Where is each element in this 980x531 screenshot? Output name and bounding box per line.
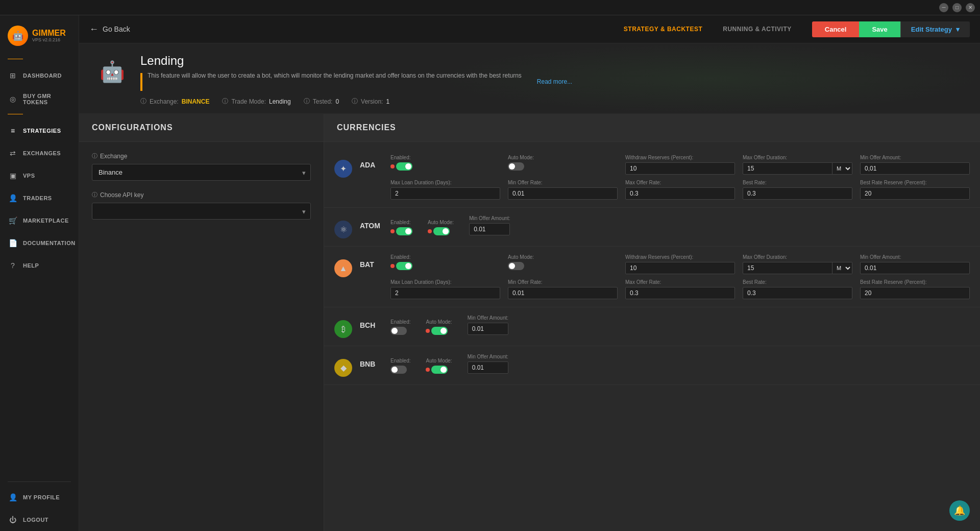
- sidebar-item-exchanges[interactable]: ⇄ EXCHANGES: [0, 142, 79, 164]
- ada-best-rate-reserve-label: Best Rate Reserve (Percent):: [860, 180, 970, 185]
- sidebar-item-traders[interactable]: 👤 TRADERS: [0, 187, 79, 209]
- sidebar-item-strategies[interactable]: ≡ STRATEGIES: [0, 119, 79, 142]
- strategy-robot-icon: 🤖: [94, 54, 130, 89]
- help-icon: ?: [8, 260, 18, 271]
- chevron-down-icon: ▾: [956, 26, 960, 33]
- sidebar-item-my-profile[interactable]: 👤 MY PROFILE: [0, 486, 79, 509]
- ada-max-offer-duration-label: Max Offer Duration:: [743, 155, 852, 160]
- bat-max-offer-duration-group: Max Offer Duration: M H D: [743, 254, 852, 274]
- ada-enabled-toggle[interactable]: [390, 162, 500, 171]
- bat-max-offer-duration-unit-select[interactable]: M H D: [832, 262, 852, 274]
- minimize-button[interactable]: ─: [939, 3, 948, 12]
- bat-best-rate-input[interactable]: [743, 287, 852, 299]
- tab-strategy-backtest[interactable]: STRATEGY & BACKTEST: [614, 21, 713, 37]
- toggle-switch[interactable]: [431, 327, 448, 335]
- toggle-switch[interactable]: [396, 162, 412, 171]
- bat-best-rate-reserve-input[interactable]: [860, 287, 970, 299]
- toggle-switch[interactable]: [396, 262, 412, 270]
- sidebar-item-label: MARKETPLACE: [23, 218, 69, 224]
- bat-withdraw-input[interactable]: [625, 262, 735, 274]
- config-panel-header: CONFIGURATIONS: [79, 114, 324, 142]
- ada-withdraw-group: Withdraw Reserves (Percent):: [625, 155, 735, 175]
- sidebar-item-buy-gmr[interactable]: ◎ BUY GMR TOKENS: [0, 87, 79, 111]
- atom-icon: ⚛: [334, 221, 352, 238]
- ada-min-offer-amount-group: Min Offer Amount:: [860, 155, 970, 175]
- toggle-switch[interactable]: [396, 227, 412, 235]
- bat-min-offer-amount-input[interactable]: [860, 262, 970, 274]
- edit-strategy-label: Edit Strategy: [911, 26, 952, 33]
- ada-name: ADA: [360, 161, 383, 169]
- ada-best-rate-reserve-input[interactable]: [860, 187, 970, 200]
- bat-enabled-label: Enabled:: [390, 254, 500, 260]
- tab-running-activity[interactable]: RUNNING & ACTIVITY: [713, 21, 802, 37]
- exchange-select[interactable]: Binance Bitfinex Poloniex: [92, 164, 311, 181]
- sidebar-item-documentation[interactable]: 📄 DOCUMENTATION: [0, 232, 79, 254]
- ada-automode-toggle[interactable]: [508, 162, 524, 171]
- save-button[interactable]: Save: [859, 21, 900, 37]
- notification-bell[interactable]: 🔔: [949, 500, 970, 521]
- sidebar-item-label: EXCHANGES: [23, 150, 61, 156]
- api-key-select[interactable]: [92, 203, 311, 220]
- close-button[interactable]: ✕: [966, 3, 975, 12]
- atom-enabled-label: Enabled:: [390, 220, 412, 225]
- maximize-button[interactable]: □: [952, 3, 962, 12]
- meta-version: ⓘ Version: 1: [352, 97, 389, 106]
- sidebar-item-label: VPS: [23, 173, 35, 179]
- sidebar-item-vps[interactable]: ▣ VPS: [0, 164, 79, 187]
- ada-min-offer-rate-input[interactable]: [508, 187, 618, 200]
- ada-max-loan-input[interactable]: [390, 187, 500, 200]
- atom-min-offer-amount-input[interactable]: [469, 223, 510, 235]
- toggle-dot-red: [426, 368, 430, 372]
- ada-max-offer-duration-unit-select[interactable]: M H D: [832, 162, 852, 175]
- bch-enabled-group: Enabled:: [390, 319, 410, 335]
- api-key-select-wrapper: ▾: [92, 203, 311, 220]
- bat-max-offer-rate-input[interactable]: [625, 287, 735, 299]
- read-more-link[interactable]: Read more...: [537, 78, 572, 85]
- config-panel-body: ⓘ Exchange Binance Bitfinex Poloniex ▾: [79, 142, 324, 531]
- sidebar-item-label: DOCUMENTATION: [23, 240, 76, 246]
- sidebar-item-dashboard[interactable]: ⊞ DASHBOARD: [0, 64, 79, 87]
- sidebar-item-logout[interactable]: ⏻ LOGOUT: [0, 509, 79, 531]
- toggle-switch[interactable]: [433, 227, 450, 235]
- bnb-enabled-toggle[interactable]: [390, 366, 407, 374]
- sidebar-item-marketplace[interactable]: 🛒 MARKETPLACE: [0, 209, 79, 232]
- atom-fields: Enabled: Auto Mode:: [390, 215, 970, 235]
- bat-max-offer-duration-input[interactable]: [743, 262, 832, 274]
- ada-min-offer-amount-input[interactable]: [860, 162, 970, 175]
- ada-max-loan-group: Max Loan Duration (Days):: [390, 180, 500, 200]
- bch-automode-toggle[interactable]: [426, 327, 452, 335]
- bat-min-offer-rate-input[interactable]: [508, 287, 618, 299]
- sidebar: 🤖 GIMMER VPS v2.0.216 ⊞ DASHBOARD ◎ BUY …: [0, 15, 79, 531]
- toggle-switch[interactable]: [431, 366, 448, 374]
- ada-withdraw-label: Withdraw Reserves (Percent):: [625, 155, 735, 160]
- bat-automode-toggle[interactable]: [508, 262, 524, 270]
- strategy-title: Lending: [140, 54, 965, 68]
- cancel-button[interactable]: Cancel: [812, 21, 860, 37]
- tested-label: Tested:: [313, 98, 333, 105]
- ada-max-offer-duration-input[interactable]: [743, 162, 832, 175]
- toggle-dot-red: [390, 264, 395, 268]
- bch-min-offer-amount-input[interactable]: [468, 323, 508, 335]
- bat-fields: Enabled: Auto Mode:: [390, 254, 970, 299]
- marketplace-icon: 🛒: [8, 215, 18, 226]
- bch-enabled-toggle[interactable]: [390, 327, 407, 335]
- edit-strategy-button[interactable]: Edit Strategy ▾: [900, 21, 970, 37]
- atom-automode-toggle[interactable]: [428, 227, 454, 235]
- bnb-automode-toggle[interactable]: [426, 366, 452, 374]
- bnb-min-offer-amount-input[interactable]: [468, 361, 508, 374]
- bat-enabled-toggle[interactable]: [390, 262, 500, 270]
- ada-withdraw-input[interactable]: [625, 162, 735, 175]
- ada-max-offer-rate-input[interactable]: [625, 187, 735, 200]
- bat-max-loan-input[interactable]: [390, 287, 500, 299]
- bat-automode-group: Auto Mode:: [508, 254, 618, 274]
- ada-best-rate-input[interactable]: [743, 187, 852, 200]
- atom-min-offer-amount-group: Min Offer Amount:: [469, 215, 510, 235]
- sidebar-item-help[interactable]: ? HELP: [0, 254, 79, 277]
- api-key-form-group: ⓘ Choose API key ▾: [92, 191, 311, 220]
- bat-best-rate-reserve-label: Best Rate Reserve (Percent):: [860, 279, 970, 285]
- bat-best-rate-reserve-group: Best Rate Reserve (Percent):: [860, 279, 970, 299]
- back-button[interactable]: ← Go Back: [89, 24, 130, 35]
- bch-automode-group: Auto Mode:: [426, 319, 452, 335]
- atom-enabled-toggle[interactable]: [390, 227, 412, 235]
- ada-enabled-label: Enabled:: [390, 155, 500, 160]
